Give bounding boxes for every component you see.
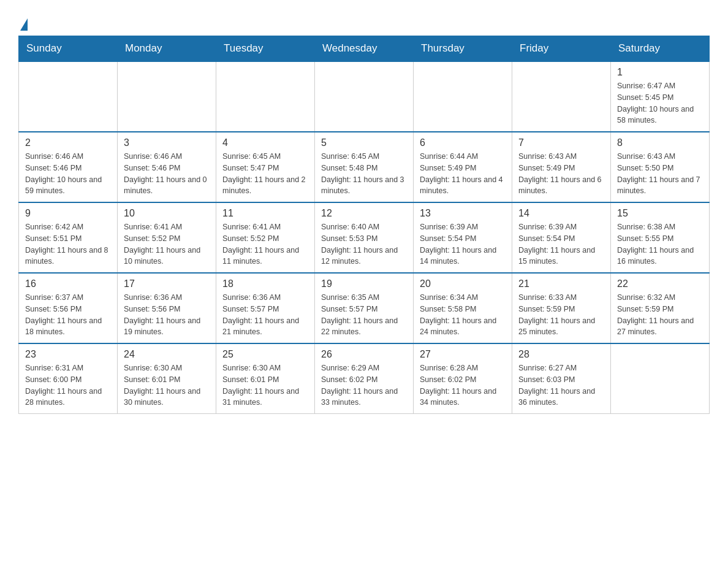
day-number: 13 [420,208,506,219]
day-info: Sunrise: 6:39 AMSunset: 5:54 PMDaylight:… [518,221,604,267]
day-info: Sunrise: 6:46 AMSunset: 5:46 PMDaylight:… [124,151,210,197]
day-info: Sunrise: 6:45 AMSunset: 5:48 PMDaylight:… [321,151,407,197]
day-number: 10 [124,208,210,219]
calendar-cell: 17Sunrise: 6:36 AMSunset: 5:56 PMDayligh… [118,273,216,343]
calendar-cell [19,61,118,132]
day-number: 16 [25,278,111,289]
calendar-cell: 6Sunrise: 6:44 AMSunset: 5:49 PMDaylight… [414,132,512,202]
page-header [18,12,710,29]
calendar-header-row: SundayMondayTuesdayWednesdayThursdayFrid… [19,36,710,62]
day-info: Sunrise: 6:37 AMSunset: 5:56 PMDaylight:… [25,292,111,338]
calendar-table: SundayMondayTuesdayWednesdayThursdayFrid… [18,36,710,414]
day-info: Sunrise: 6:29 AMSunset: 6:02 PMDaylight:… [321,362,407,408]
calendar-cell: 28Sunrise: 6:27 AMSunset: 6:03 PMDayligh… [512,343,611,414]
day-info: Sunrise: 6:45 AMSunset: 5:47 PMDaylight:… [222,151,308,197]
day-info: Sunrise: 6:43 AMSunset: 5:50 PMDaylight:… [617,151,703,197]
day-number: 15 [617,208,703,219]
day-number: 9 [25,208,111,219]
calendar-cell: 25Sunrise: 6:30 AMSunset: 6:01 PMDayligh… [216,343,315,414]
day-header-saturday: Saturday [611,36,710,62]
calendar-week-row: 23Sunrise: 6:31 AMSunset: 6:00 PMDayligh… [19,343,710,414]
calendar-cell: 8Sunrise: 6:43 AMSunset: 5:50 PMDaylight… [611,132,710,202]
day-info: Sunrise: 6:34 AMSunset: 5:58 PMDaylight:… [420,292,506,338]
calendar-cell: 18Sunrise: 6:36 AMSunset: 5:57 PMDayligh… [216,273,315,343]
day-info: Sunrise: 6:39 AMSunset: 5:54 PMDaylight:… [420,221,506,267]
calendar-cell: 26Sunrise: 6:29 AMSunset: 6:02 PMDayligh… [315,343,414,414]
day-number: 2 [25,137,111,148]
day-header-friday: Friday [512,36,611,62]
calendar-cell: 2Sunrise: 6:46 AMSunset: 5:46 PMDaylight… [19,132,118,202]
calendar-cell: 13Sunrise: 6:39 AMSunset: 5:54 PMDayligh… [414,202,512,273]
day-number: 26 [321,349,407,360]
day-info: Sunrise: 6:32 AMSunset: 5:59 PMDaylight:… [617,292,703,338]
day-info: Sunrise: 6:46 AMSunset: 5:46 PMDaylight:… [25,151,111,197]
day-info: Sunrise: 6:36 AMSunset: 5:56 PMDaylight:… [124,292,210,338]
day-number: 5 [321,137,407,148]
day-info: Sunrise: 6:28 AMSunset: 6:02 PMDaylight:… [420,362,506,408]
day-info: Sunrise: 6:47 AMSunset: 5:45 PMDaylight:… [617,80,703,126]
calendar-cell [611,343,710,414]
day-number: 23 [25,349,111,360]
day-number: 8 [617,137,703,148]
calendar-cell: 10Sunrise: 6:41 AMSunset: 5:52 PMDayligh… [118,202,216,273]
day-number: 3 [124,137,210,148]
calendar-cell [216,61,315,132]
day-info: Sunrise: 6:44 AMSunset: 5:49 PMDaylight:… [420,151,506,197]
calendar-cell: 22Sunrise: 6:32 AMSunset: 5:59 PMDayligh… [611,273,710,343]
calendar-cell: 1Sunrise: 6:47 AMSunset: 5:45 PMDaylight… [611,61,710,132]
day-number: 11 [222,208,308,219]
calendar-cell: 21Sunrise: 6:33 AMSunset: 5:59 PMDayligh… [512,273,611,343]
day-info: Sunrise: 6:36 AMSunset: 5:57 PMDaylight:… [222,292,308,338]
day-number: 4 [222,137,308,148]
day-number: 28 [518,349,604,360]
calendar-week-row: 1Sunrise: 6:47 AMSunset: 5:45 PMDaylight… [19,61,710,132]
calendar-week-row: 16Sunrise: 6:37 AMSunset: 5:56 PMDayligh… [19,273,710,343]
day-info: Sunrise: 6:33 AMSunset: 5:59 PMDaylight:… [518,292,604,338]
day-number: 12 [321,208,407,219]
day-info: Sunrise: 6:38 AMSunset: 5:55 PMDaylight:… [617,221,703,267]
day-number: 1 [617,67,703,78]
calendar-cell [315,61,414,132]
day-header-wednesday: Wednesday [315,36,414,62]
calendar-week-row: 9Sunrise: 6:42 AMSunset: 5:51 PMDaylight… [19,202,710,273]
calendar-cell: 14Sunrise: 6:39 AMSunset: 5:54 PMDayligh… [512,202,611,273]
calendar-cell: 9Sunrise: 6:42 AMSunset: 5:51 PMDaylight… [19,202,118,273]
calendar-cell: 12Sunrise: 6:40 AMSunset: 5:53 PMDayligh… [315,202,414,273]
calendar-cell: 23Sunrise: 6:31 AMSunset: 6:00 PMDayligh… [19,343,118,414]
calendar-cell: 24Sunrise: 6:30 AMSunset: 6:01 PMDayligh… [118,343,216,414]
day-info: Sunrise: 6:27 AMSunset: 6:03 PMDaylight:… [518,362,604,408]
logo [18,18,28,29]
calendar-cell: 27Sunrise: 6:28 AMSunset: 6:02 PMDayligh… [414,343,512,414]
day-number: 27 [420,349,506,360]
calendar-cell: 16Sunrise: 6:37 AMSunset: 5:56 PMDayligh… [19,273,118,343]
calendar-cell: 19Sunrise: 6:35 AMSunset: 5:57 PMDayligh… [315,273,414,343]
day-number: 18 [222,278,308,289]
day-header-monday: Monday [118,36,216,62]
day-header-sunday: Sunday [19,36,118,62]
calendar-cell: 20Sunrise: 6:34 AMSunset: 5:58 PMDayligh… [414,273,512,343]
calendar-cell: 4Sunrise: 6:45 AMSunset: 5:47 PMDaylight… [216,132,315,202]
day-number: 14 [518,208,604,219]
calendar-cell: 11Sunrise: 6:41 AMSunset: 5:52 PMDayligh… [216,202,315,273]
calendar-cell [512,61,611,132]
day-info: Sunrise: 6:43 AMSunset: 5:49 PMDaylight:… [518,151,604,197]
logo-triangle-icon [20,18,28,31]
day-header-tuesday: Tuesday [216,36,315,62]
day-number: 20 [420,278,506,289]
day-info: Sunrise: 6:42 AMSunset: 5:51 PMDaylight:… [25,221,111,267]
day-info: Sunrise: 6:35 AMSunset: 5:57 PMDaylight:… [321,292,407,338]
calendar-cell: 7Sunrise: 6:43 AMSunset: 5:49 PMDaylight… [512,132,611,202]
day-number: 21 [518,278,604,289]
day-number: 6 [420,137,506,148]
day-info: Sunrise: 6:40 AMSunset: 5:53 PMDaylight:… [321,221,407,267]
calendar-cell [118,61,216,132]
day-header-thursday: Thursday [414,36,512,62]
day-info: Sunrise: 6:41 AMSunset: 5:52 PMDaylight:… [124,221,210,267]
day-number: 19 [321,278,407,289]
day-info: Sunrise: 6:30 AMSunset: 6:01 PMDaylight:… [124,362,210,408]
calendar-cell [414,61,512,132]
day-info: Sunrise: 6:30 AMSunset: 6:01 PMDaylight:… [222,362,308,408]
day-number: 17 [124,278,210,289]
calendar-cell: 5Sunrise: 6:45 AMSunset: 5:48 PMDaylight… [315,132,414,202]
day-number: 24 [124,349,210,360]
